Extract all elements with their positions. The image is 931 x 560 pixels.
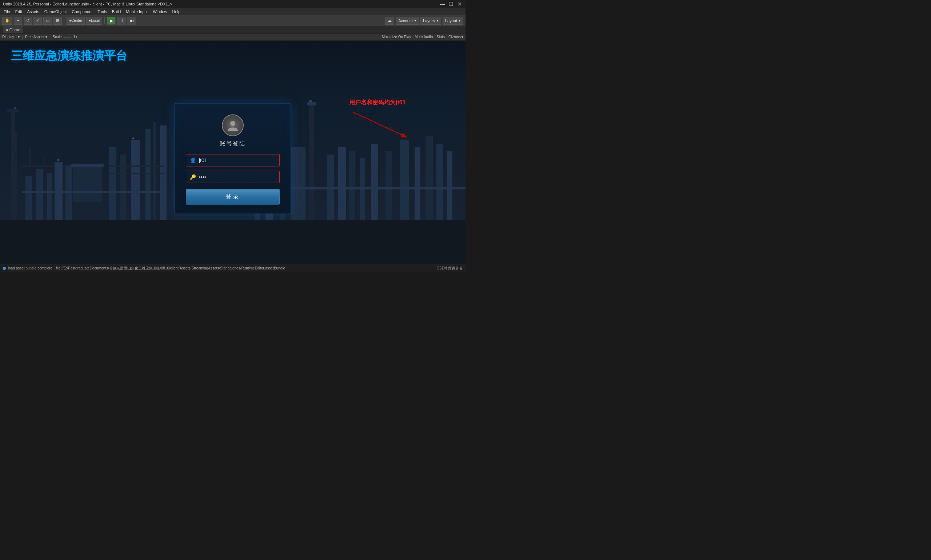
- maximize-on-play[interactable]: Maximize On Play: [382, 35, 411, 39]
- svg-rect-38: [447, 151, 452, 220]
- display-selector[interactable]: Display 1 ▾: [2, 35, 20, 39]
- svg-rect-29: [338, 147, 346, 220]
- login-title: 账号登陆: [220, 140, 246, 148]
- svg-point-41: [14, 107, 16, 109]
- center-button[interactable]: ●Center: [66, 17, 85, 25]
- svg-rect-2: [7, 109, 19, 112]
- menu-component[interactable]: Component: [69, 9, 95, 15]
- game-right-controls: Maximize On Play Mute Audio Stats Gizmos…: [382, 35, 463, 39]
- svg-rect-33: [385, 151, 392, 220]
- annotation-text: 用户名和密码均为jt01: [349, 99, 422, 106]
- svg-rect-9: [47, 173, 52, 220]
- scale-tool[interactable]: ⤢: [34, 17, 42, 25]
- username-input[interactable]: [199, 157, 275, 163]
- menu-gameobject[interactable]: GameObject: [42, 9, 69, 15]
- svg-rect-15: [120, 155, 126, 220]
- avatar-area: 账号登陆: [186, 115, 280, 148]
- account-dropdown[interactable]: Account ▾: [395, 17, 419, 25]
- play-button[interactable]: ▶: [107, 17, 115, 25]
- game-area: 三维应急演练推演平台 账号登陆 👤 🔑: [0, 41, 466, 272]
- ctrl-sep1: |: [22, 35, 23, 40]
- svg-rect-17: [145, 129, 151, 220]
- hand-tool[interactable]: ✋: [2, 17, 12, 25]
- avatar-icon: [226, 119, 239, 132]
- login-form: 👤 🔑 登录: [186, 154, 280, 205]
- toolbar: ✋ ✦ ↺ ⤢ ▭ ⊞ ●Center ●Local ▶ ⏸ ⏭ ☁ Accou…: [0, 15, 466, 26]
- svg-rect-13: [71, 164, 104, 167]
- annotation: 用户名和密码均为jt01: [349, 99, 422, 145]
- window-title: Unity 2018.4.2f1 Personal - EditorLaunch…: [3, 2, 172, 6]
- svg-line-48: [353, 112, 407, 137]
- svg-rect-16: [131, 140, 140, 220]
- menu-assets[interactable]: Assets: [25, 9, 42, 15]
- svg-rect-25: [291, 147, 305, 220]
- game-tab[interactable]: ● Game: [3, 26, 23, 33]
- title-bar: Unity 2018.4.2f1 Personal - EditorLaunch…: [0, 0, 466, 8]
- menu-build[interactable]: Build: [110, 9, 123, 15]
- rotate-tool[interactable]: ↺: [24, 17, 32, 25]
- minimize-button[interactable]: —: [439, 1, 445, 7]
- pause-button[interactable]: ⏸: [117, 17, 126, 25]
- svg-rect-32: [371, 144, 378, 220]
- svg-rect-27: [307, 102, 316, 105]
- svg-rect-8: [36, 169, 43, 220]
- user-icon: 👤: [190, 157, 196, 163]
- status-left: load asset bundle complete：file://E:/Pos…: [3, 266, 285, 271]
- svg-rect-37: [436, 144, 443, 220]
- login-button[interactable]: 登录: [186, 189, 280, 205]
- svg-point-42: [309, 100, 312, 103]
- svg-rect-3: [14, 133, 17, 220]
- menu-help[interactable]: Help: [170, 9, 183, 15]
- separator2: [105, 17, 105, 25]
- layout-dropdown[interactable]: Layout ▾: [443, 17, 463, 25]
- svg-point-44: [132, 137, 134, 139]
- svg-rect-7: [25, 176, 32, 220]
- svg-rect-39: [22, 191, 167, 193]
- svg-rect-21: [109, 173, 164, 174]
- status-message: load asset bundle complete：file://E:/Pos…: [8, 266, 285, 271]
- svg-point-46: [230, 121, 235, 126]
- close-button[interactable]: ✕: [457, 1, 463, 7]
- window-controls: — ❐ ✕: [439, 1, 463, 7]
- scale-slider[interactable]: ——: [64, 35, 71, 39]
- game-view-controls: Display 1 ▾ | Free Aspect ▾ | Scale —— 1…: [0, 34, 466, 41]
- rect-tool[interactable]: ▭: [43, 17, 52, 25]
- aspect-selector[interactable]: Free Aspect ▾: [25, 35, 47, 39]
- menu-edit[interactable]: Edit: [13, 9, 25, 15]
- svg-rect-30: [349, 151, 355, 220]
- game-view-header: ● Game: [0, 26, 466, 34]
- stats-btn[interactable]: Stats: [436, 35, 445, 39]
- username-wrapper: 👤: [186, 154, 280, 166]
- svg-rect-35: [415, 147, 420, 220]
- step-button[interactable]: ⏭: [127, 17, 136, 25]
- layers-dropdown[interactable]: Layers ▾: [420, 17, 441, 25]
- scale-label: Scale: [53, 35, 62, 39]
- login-dialog: 账号登陆 👤 🔑 登录: [175, 103, 291, 214]
- menu-mobile-input[interactable]: Mobile Input: [124, 9, 150, 15]
- menu-file[interactable]: File: [2, 9, 12, 15]
- move-tool[interactable]: ✦: [14, 17, 22, 25]
- key-icon: 🔑: [190, 174, 196, 180]
- password-input[interactable]: [199, 174, 275, 180]
- menu-bar: File Edit Assets GameObject Component To…: [0, 8, 466, 15]
- local-button[interactable]: ●Local: [86, 17, 102, 25]
- password-wrapper: 🔑: [186, 171, 280, 183]
- app-title: 三维应急演练推演平台: [11, 48, 127, 64]
- svg-rect-18: [153, 122, 156, 220]
- transform-tool[interactable]: ⊞: [54, 17, 62, 25]
- svg-rect-20: [109, 165, 164, 167]
- svg-rect-14: [109, 147, 116, 220]
- menu-tools[interactable]: Tools: [95, 9, 109, 15]
- annotation-arrow: [349, 108, 422, 145]
- menu-window[interactable]: Window: [151, 9, 169, 15]
- gizmos-btn[interactable]: Gizmos ▾: [448, 35, 463, 39]
- maximize-button[interactable]: ❐: [448, 1, 454, 7]
- status-bar: load asset bundle complete：file://E:/Pos…: [0, 264, 466, 272]
- svg-rect-34: [400, 140, 409, 220]
- mute-audio[interactable]: Mute Audio: [415, 35, 433, 39]
- avatar-circle: [222, 115, 244, 136]
- svg-rect-6: [44, 155, 45, 167]
- svg-point-43: [57, 159, 59, 161]
- cloud-button[interactable]: ☁: [385, 17, 394, 25]
- status-right: CSDN @青苦苦: [437, 266, 463, 271]
